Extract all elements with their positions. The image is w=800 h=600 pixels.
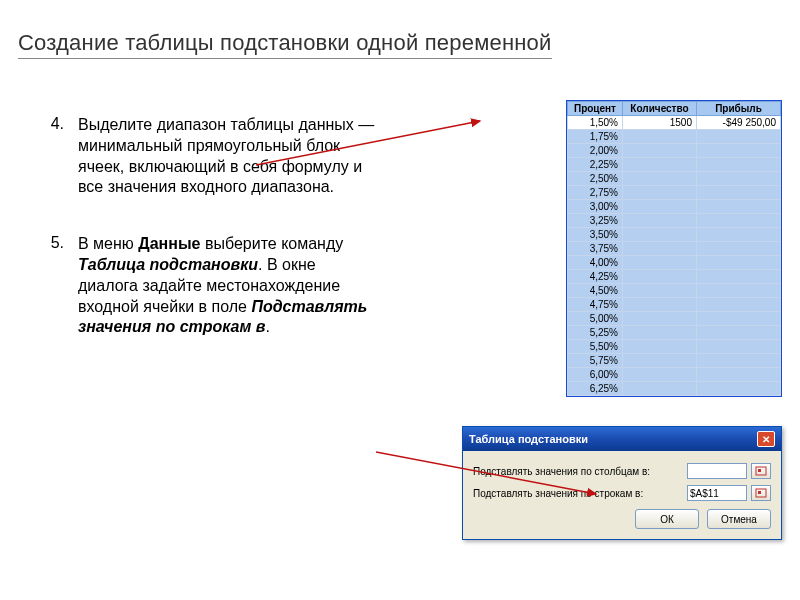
close-icon[interactable]: ✕ (757, 431, 775, 447)
svg-rect-3 (758, 491, 761, 494)
cell-percent: 3,25% (567, 214, 622, 228)
table-row: 5,50% (567, 340, 780, 354)
rows-input[interactable] (687, 485, 747, 501)
text-run: Таблица подстановки (78, 256, 258, 273)
data-table: Процент Количество Прибыль 1,50%1500-$49… (567, 101, 781, 396)
text-run: Выделите диапазон таблицы данных — миним… (78, 116, 374, 195)
cell-profit (697, 270, 781, 284)
cell-percent: 4,00% (567, 256, 622, 270)
excel-screenshot: Процент Количество Прибыль 1,50%1500-$49… (566, 100, 782, 397)
cell-qty (623, 256, 697, 270)
dialog-buttons: ОК Отмена (473, 509, 771, 529)
cell-profit: -$49 250,00 (697, 116, 781, 130)
slide-title: Создание таблицы подстановки одной перем… (18, 30, 552, 59)
cell-profit (697, 340, 781, 354)
columns-input[interactable] (687, 463, 747, 479)
rows-label: Подставлять значения по строкам в: (473, 488, 683, 499)
cell-percent: 5,25% (567, 326, 622, 340)
ok-button[interactable]: ОК (635, 509, 699, 529)
cell-percent: 5,00% (567, 312, 622, 326)
cell-profit (697, 382, 781, 396)
cell-profit (697, 158, 781, 172)
cell-qty (623, 368, 697, 382)
table-row: 2,50% (567, 172, 780, 186)
cancel-button[interactable]: Отмена (707, 509, 771, 529)
table-row: 5,75% (567, 354, 780, 368)
list-text: Выделите диапазон таблицы данных — миним… (78, 115, 380, 198)
cell-profit (697, 326, 781, 340)
cell-qty (623, 228, 697, 242)
cell-percent: 2,25% (567, 158, 622, 172)
cell-percent: 1,50% (567, 116, 622, 130)
text-run: Данные (138, 235, 200, 252)
cell-percent: 3,75% (567, 242, 622, 256)
cell-percent: 5,50% (567, 340, 622, 354)
range-picker-icon[interactable] (751, 485, 771, 501)
cell-percent: 5,75% (567, 354, 622, 368)
cell-percent: 1,75% (567, 130, 622, 144)
instruction-list: 4. Выделите диапазон таблицы данных — ми… (50, 115, 380, 374)
table-row: 3,25% (567, 214, 780, 228)
cell-qty (623, 200, 697, 214)
header-quantity: Количество (623, 102, 697, 116)
cell-percent: 4,50% (567, 284, 622, 298)
cell-percent: 4,25% (567, 270, 622, 284)
cell-profit (697, 284, 781, 298)
cell-qty (623, 326, 697, 340)
cell-profit (697, 242, 781, 256)
table-row: 2,75% (567, 186, 780, 200)
cell-profit (697, 144, 781, 158)
table-row: 6,00% (567, 368, 780, 382)
text-run: В меню (78, 235, 138, 252)
table-row: 1,75% (567, 130, 780, 144)
table-row: 1,50%1500-$49 250,00 (567, 116, 780, 130)
cell-qty (623, 382, 697, 396)
text-run: выберите команду (200, 235, 343, 252)
cell-profit (697, 312, 781, 326)
cell-qty (623, 298, 697, 312)
cell-qty (623, 186, 697, 200)
list-item-4: 4. Выделите диапазон таблицы данных — ми… (50, 115, 380, 198)
table-row: 4,00% (567, 256, 780, 270)
cell-profit (697, 256, 781, 270)
table-row: 2,25% (567, 158, 780, 172)
cell-qty (623, 130, 697, 144)
cell-qty (623, 214, 697, 228)
cell-qty (623, 340, 697, 354)
list-item-5: 5. В меню Данные выберите команду Таблиц… (50, 234, 380, 338)
table-row: 4,25% (567, 270, 780, 284)
dialog-row-columns: Подставлять значения по столбцам в: (473, 463, 771, 479)
table-row: 3,50% (567, 228, 780, 242)
range-picker-icon[interactable] (751, 463, 771, 479)
list-text: В меню Данные выберите команду Таблица п… (78, 234, 380, 338)
dialog-row-rows: Подставлять значения по строкам в: (473, 485, 771, 501)
table-row: 6,25% (567, 382, 780, 396)
table-row: 5,00% (567, 312, 780, 326)
cell-profit (697, 214, 781, 228)
cell-qty: 1500 (623, 116, 697, 130)
cell-percent: 2,00% (567, 144, 622, 158)
table-row: 4,50% (567, 284, 780, 298)
cell-percent: 6,00% (567, 368, 622, 382)
table-row: 3,00% (567, 200, 780, 214)
cell-percent: 2,75% (567, 186, 622, 200)
list-number: 5. (50, 234, 78, 338)
cell-qty (623, 354, 697, 368)
cell-percent: 4,75% (567, 298, 622, 312)
cell-qty (623, 158, 697, 172)
table-row: 4,75% (567, 298, 780, 312)
columns-label: Подставлять значения по столбцам в: (473, 466, 683, 477)
svg-rect-1 (758, 469, 761, 472)
table-row: 5,25% (567, 326, 780, 340)
substitution-dialog: Таблица подстановки ✕ Подставлять значен… (462, 426, 782, 540)
list-number: 4. (50, 115, 78, 198)
cell-qty (623, 270, 697, 284)
cell-profit (697, 228, 781, 242)
cell-profit (697, 354, 781, 368)
table-row: 2,00% (567, 144, 780, 158)
cell-profit (697, 368, 781, 382)
header-profit: Прибыль (697, 102, 781, 116)
cell-qty (623, 242, 697, 256)
cell-percent: 3,00% (567, 200, 622, 214)
cell-percent: 3,50% (567, 228, 622, 242)
